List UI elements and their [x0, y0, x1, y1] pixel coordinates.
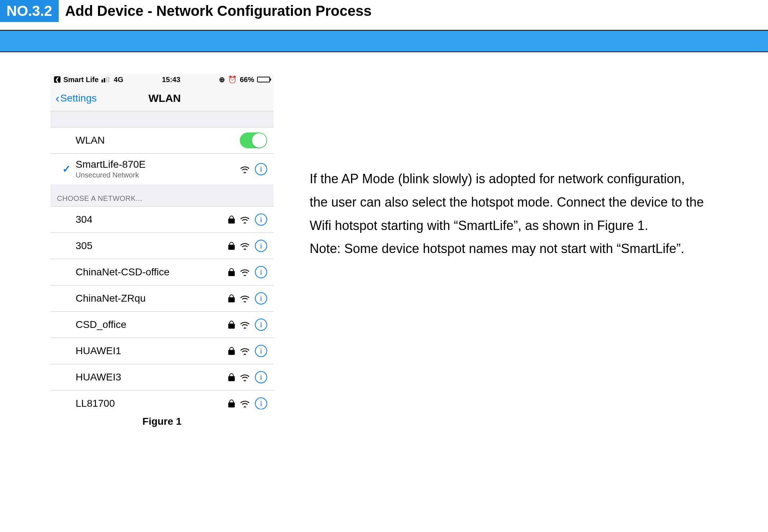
carrier-label: 4G [114, 76, 123, 84]
info-icon[interactable]: i [255, 163, 267, 175]
wifi-icon [240, 216, 250, 224]
figure-caption: Figure 1 [50, 416, 274, 427]
svg-rect-2 [106, 77, 107, 82]
section-header: CHOOSE A NETWORK... [50, 184, 274, 206]
rotation-lock-icon: ⊕ [219, 75, 225, 84]
wifi-icon [240, 373, 250, 381]
network-row[interactable]: ChinaNet-ZRqui [50, 285, 274, 312]
wlan-toggle[interactable] [240, 132, 267, 148]
phone-screenshot: ❮ Smart Life 4G 15:43 ⊕ ⏰ 66% ‹ Settings [50, 74, 274, 409]
paragraph-1: If the AP Mode (blink slowly) is adopted… [310, 167, 706, 237]
network-name: 304 [76, 214, 228, 225]
network-list: 304i305iChinaNet-CSD-officeiChinaNet-ZRq… [50, 206, 274, 409]
network-name: ChinaNet-CSD-office [76, 266, 228, 278]
battery-icon [257, 77, 270, 82]
battery-pct: 66% [240, 76, 254, 84]
network-row[interactable]: HUAWEI1i [50, 338, 274, 364]
wifi-icon [240, 268, 250, 276]
lock-icon [228, 347, 235, 355]
svg-rect-1 [104, 78, 105, 82]
network-row[interactable]: HUAWEI3i [50, 364, 274, 391]
info-icon[interactable]: i [255, 397, 267, 409]
content: ❮ Smart Life 4G 15:43 ⊕ ⏰ 66% ‹ Settings [0, 52, 768, 427]
back-app-icon[interactable]: ❮ [54, 76, 60, 83]
info-icon[interactable]: i [255, 266, 267, 278]
info-icon[interactable]: i [255, 240, 267, 252]
lock-icon [228, 373, 235, 381]
chevron-left-icon: ‹ [55, 91, 59, 105]
wifi-icon [240, 242, 250, 250]
section-badge: NO.3.2 [0, 0, 59, 22]
connected-sub: Unsecured Network [76, 171, 240, 179]
wifi-icon [240, 347, 250, 355]
info-icon[interactable]: i [255, 345, 267, 357]
info-icon[interactable]: i [255, 213, 267, 226]
network-name: ChinaNet-ZRqu [76, 293, 228, 304]
figure-1: ❮ Smart Life 4G 15:43 ⊕ ⏰ 66% ‹ Settings [50, 74, 274, 427]
lock-icon [228, 294, 235, 302]
network-name: 305 [76, 240, 228, 252]
network-name: HUAWEI1 [76, 345, 228, 357]
wifi-icon [240, 165, 250, 173]
page-header: NO.3.2 Add Device - Network Configuratio… [0, 0, 768, 26]
status-left: ❮ Smart Life 4G [54, 76, 123, 84]
alarm-icon: ⏰ [228, 75, 237, 84]
page-title: Add Device - Network Configuration Proce… [65, 3, 372, 19]
spacer [50, 111, 274, 127]
status-right: ⊕ ⏰ 66% [219, 75, 270, 84]
network-row[interactable]: ChinaNet-CSD-officei [50, 259, 274, 285]
connected-name: SmartLife-870E [76, 159, 240, 170]
network-row[interactable]: LL81700i [50, 390, 274, 409]
nav-title: WLAN [61, 92, 269, 104]
lock-icon [228, 268, 235, 276]
info-icon[interactable]: i [255, 319, 267, 331]
signal-icon [102, 77, 111, 82]
wifi-icon [240, 294, 250, 302]
blue-bar [0, 30, 768, 52]
network-name: LL81700 [76, 398, 228, 409]
wlan-toggle-row[interactable]: WLAN [50, 127, 274, 154]
network-row[interactable]: 305i [50, 233, 274, 259]
svg-rect-0 [102, 80, 103, 82]
network-name: CSD_office [76, 319, 228, 330]
lock-icon [228, 242, 235, 250]
network-row[interactable]: CSD_officei [50, 311, 274, 338]
wlan-label: WLAN [76, 135, 240, 146]
lock-icon [228, 400, 235, 407]
wifi-icon [240, 400, 250, 407]
paragraph-2: Note: Some device hotspot names may not … [310, 237, 706, 261]
svg-rect-3 [108, 77, 109, 82]
network-row[interactable]: 304i [50, 206, 274, 233]
lock-icon [228, 216, 235, 224]
status-bar: ❮ Smart Life 4G 15:43 ⊕ ⏰ 66% [50, 74, 274, 85]
wifi-icon [240, 321, 250, 329]
nav-bar: ‹ Settings WLAN [50, 85, 274, 111]
info-icon[interactable]: i [255, 292, 267, 305]
body-text: If the AP Mode (blink slowly) is adopted… [310, 74, 706, 427]
checkmark-icon: ✓ [62, 163, 71, 175]
info-icon[interactable]: i [255, 371, 267, 383]
lock-icon [228, 321, 235, 329]
connected-network-row[interactable]: ✓ SmartLife-870E Unsecured Network i [50, 153, 274, 185]
back-app-label[interactable]: Smart Life [63, 76, 99, 84]
network-name: HUAWEI3 [76, 371, 228, 383]
time-label: 15:43 [162, 76, 180, 84]
